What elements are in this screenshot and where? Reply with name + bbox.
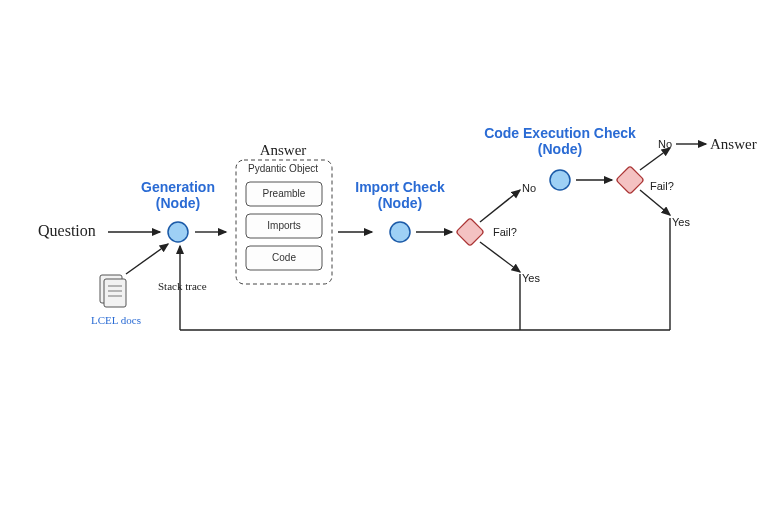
field-imports-label: Imports: [267, 220, 300, 231]
arrow-exec-yes: [640, 190, 670, 215]
exec-fail-label: Fail?: [650, 180, 674, 192]
svg-rect-5: [456, 218, 484, 246]
svg-rect-6: [616, 166, 644, 194]
exec-fail-decision-icon: [616, 166, 644, 194]
exec-check-subtitle: (Node): [538, 141, 582, 157]
import-yes-label: Yes: [522, 272, 540, 284]
answer-box-subtitle: Pydantic Object: [248, 163, 318, 174]
generation-subtitle: (Node): [156, 195, 200, 211]
question-label: Question: [38, 222, 96, 239]
arrow-docs-to-generation: [126, 244, 168, 274]
exec-yes-label: Yes: [672, 216, 690, 228]
generation-node-icon: [168, 222, 188, 242]
arrow-import-no: [480, 190, 520, 222]
import-no-label: No: [522, 182, 536, 194]
exec-check-node-icon: [550, 170, 570, 190]
generation-title: Generation: [141, 179, 215, 195]
svg-rect-1: [104, 279, 126, 307]
lcel-docs-label: LCEL docs: [91, 314, 141, 326]
arrow-import-yes: [480, 242, 520, 272]
import-check-node-icon: [390, 222, 410, 242]
lcel-docs-icon: [100, 275, 126, 307]
final-answer-label: Answer: [710, 136, 757, 152]
import-check-title: Import Check: [355, 179, 445, 195]
arrow-exec-no: [640, 148, 670, 170]
exec-check-title: Code Execution Check: [484, 125, 636, 141]
import-fail-label: Fail?: [493, 226, 517, 238]
stack-trace-label: Stack trace: [158, 280, 207, 292]
import-fail-decision-icon: [456, 218, 484, 246]
exec-no-label: No: [658, 138, 672, 150]
flow-diagram: Question Generation (Node) LCEL docs Sta…: [0, 0, 760, 513]
answer-box-title: Answer: [260, 142, 307, 158]
import-check-subtitle: (Node): [378, 195, 422, 211]
field-preamble-label: Preamble: [263, 188, 306, 199]
field-code-label: Code: [272, 252, 296, 263]
